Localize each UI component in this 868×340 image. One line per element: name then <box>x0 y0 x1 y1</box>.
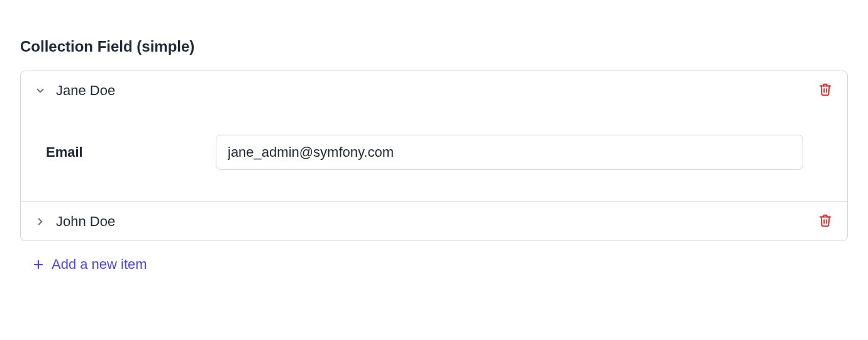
collection-item-body: Email <box>21 110 847 201</box>
collection-item-header[interactable]: John Doe <box>21 202 847 241</box>
plus-icon <box>31 258 45 271</box>
collection-item-name: John Doe <box>56 213 816 230</box>
collection-item-name: Jane Doe <box>56 82 816 99</box>
chevron-right-icon <box>33 215 47 229</box>
chevron-down-icon <box>33 84 47 98</box>
trash-icon <box>818 82 832 98</box>
add-item-button[interactable]: Add a new item <box>20 256 848 273</box>
email-label: Email <box>46 144 216 161</box>
collection-item-header[interactable]: Jane Doe <box>21 71 847 110</box>
delete-button[interactable] <box>816 80 835 101</box>
add-item-label: Add a new item <box>52 256 147 273</box>
delete-button[interactable] <box>816 211 835 232</box>
trash-icon <box>818 213 832 229</box>
collection-item: Jane Doe Email <box>21 71 847 202</box>
collection-container: Jane Doe Email <box>20 71 848 241</box>
collection-title: Collection Field (simple) <box>20 38 848 55</box>
collection-item: John Doe <box>21 202 847 241</box>
email-field[interactable] <box>216 135 803 170</box>
